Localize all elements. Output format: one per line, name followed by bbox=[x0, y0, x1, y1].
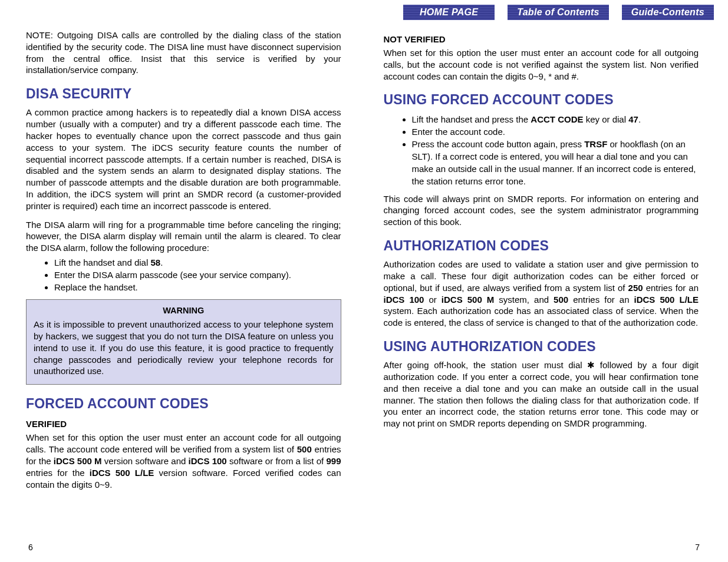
disa-security-p1: A common practice among hackers is to re… bbox=[26, 107, 341, 211]
using-forced-account-codes-heading: USING FORCED ACCOUNT CODES bbox=[384, 90, 699, 109]
page-number-right: 7 bbox=[695, 542, 700, 554]
using-forced-tail: This code will always print on SMDR repo… bbox=[384, 193, 699, 228]
right-column: NOT VERIFIED When set for this option th… bbox=[384, 29, 699, 524]
page-number-left: 6 bbox=[28, 542, 33, 554]
authorization-codes-heading: AUTHORIZATION CODES bbox=[384, 236, 699, 255]
list-item: Lift the handset and press the ACCT CODE… bbox=[412, 113, 699, 125]
list-item: Press the account code button again, pre… bbox=[412, 138, 699, 187]
table-of-contents-button[interactable]: Table of Contents bbox=[508, 5, 609, 20]
left-column: NOTE: Outgoing DISA calls are controlled… bbox=[26, 29, 341, 524]
using-forced-steps-list: Lift the handset and press the ACCT CODE… bbox=[412, 113, 699, 187]
list-item: Lift the handset and dial 58. bbox=[54, 256, 341, 269]
using-authorization-codes-paragraph: After going off-hook, the station user m… bbox=[384, 359, 699, 429]
list-item: Enter the account code. bbox=[412, 125, 699, 138]
disa-note: NOTE: Outgoing DISA calls are controlled… bbox=[26, 29, 341, 76]
disa-steps-list: Lift the handset and dial 58. Enter the … bbox=[54, 256, 341, 293]
list-item: Enter the DISA alarm passcode (see your … bbox=[54, 269, 341, 281]
verified-heading: VERIFIED bbox=[26, 418, 341, 430]
verified-paragraph: When set for this option the user must e… bbox=[26, 432, 341, 490]
warning-body: As it is impossible to prevent unauthori… bbox=[34, 319, 334, 377]
authorization-codes-paragraph: Authorization codes are used to validate… bbox=[384, 259, 699, 329]
not-verified-heading: NOT VERIFIED bbox=[384, 33, 699, 45]
guide-contents-button[interactable]: Guide-Contents bbox=[622, 5, 714, 20]
using-authorization-codes-heading: USING AUTHORIZATION CODES bbox=[384, 337, 699, 356]
list-item: Replace the handset. bbox=[54, 281, 341, 293]
warning-title: WARNING bbox=[34, 305, 334, 316]
disa-security-p2: The DISA alarm will ring for a programma… bbox=[26, 219, 341, 254]
home-page-button[interactable]: HOME PAGE bbox=[403, 5, 495, 20]
not-verified-paragraph: When set for this option the user must e… bbox=[384, 47, 699, 82]
disa-security-heading: DISA SECURITY bbox=[26, 84, 341, 103]
forced-account-codes-heading: FORCED ACCOUNT CODES bbox=[26, 394, 341, 413]
page-numbers: 6 7 bbox=[0, 542, 728, 554]
top-nav: HOME PAGE Table of Contents Guide-Conten… bbox=[403, 5, 714, 20]
warning-box: WARNING As it is impossible to prevent u… bbox=[26, 299, 341, 385]
